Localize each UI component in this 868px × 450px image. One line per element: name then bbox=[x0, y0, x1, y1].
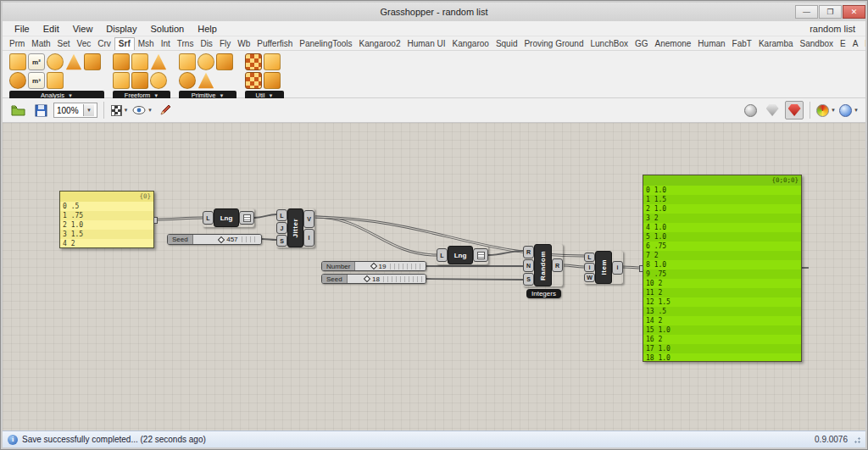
tab-panelingtools[interactable]: PanelingTools bbox=[296, 38, 355, 50]
tab-fabt[interactable]: FabT bbox=[729, 38, 755, 50]
tab-prm[interactable]: Prm bbox=[6, 38, 28, 50]
param-input-W[interactable]: W bbox=[584, 273, 595, 282]
tab-crv[interactable]: Crv bbox=[94, 38, 114, 50]
loft-icon[interactable] bbox=[113, 53, 130, 70]
tab-trns[interactable]: Trns bbox=[174, 38, 198, 50]
param-output-length[interactable] bbox=[473, 248, 488, 262]
box-properties-icon[interactable] bbox=[9, 53, 26, 70]
preview-off-button[interactable] bbox=[741, 101, 760, 119]
menu-help[interactable]: Help bbox=[191, 23, 224, 35]
param-output-R[interactable]: R bbox=[552, 258, 563, 272]
preview-wireframe-button[interactable] bbox=[763, 101, 782, 119]
navigate-canvas-button[interactable]: ▼ bbox=[110, 101, 129, 119]
tab-vec[interactable]: Vec bbox=[74, 38, 95, 50]
wire[interactable] bbox=[488, 251, 523, 255]
wire[interactable] bbox=[254, 214, 276, 218]
area-icon[interactable]: m² bbox=[28, 53, 45, 70]
open-file-button[interactable] bbox=[9, 101, 28, 119]
resize-grip-icon[interactable] bbox=[853, 436, 860, 443]
panel-output-grip[interactable] bbox=[153, 217, 158, 224]
tab-anemone[interactable]: Anemone bbox=[652, 38, 695, 50]
pipe-icon[interactable] bbox=[150, 72, 167, 89]
list-length-component[interactable]: L Lng bbox=[203, 208, 254, 227]
dimensions-icon[interactable] bbox=[47, 72, 64, 89]
chevron-down-icon[interactable]: ▼ bbox=[83, 104, 94, 116]
tab-e[interactable]: E bbox=[837, 38, 849, 50]
maximize-button[interactable]: ❐ bbox=[819, 5, 842, 19]
close-button[interactable]: ✕ bbox=[843, 5, 865, 19]
tab-math[interactable]: Math bbox=[28, 38, 53, 50]
menu-solution[interactable]: Solution bbox=[143, 23, 191, 35]
tab-human[interactable]: Human bbox=[694, 38, 728, 50]
param-input-L[interactable]: L bbox=[276, 209, 287, 221]
isotrim-icon[interactable] bbox=[245, 72, 262, 89]
param-input-i[interactable]: i bbox=[584, 263, 595, 272]
preview-mode-button[interactable]: ▼ bbox=[132, 101, 153, 119]
tab-f[interactable]: F bbox=[861, 38, 865, 50]
param-output-length[interactable] bbox=[239, 211, 254, 225]
plane-surface-icon[interactable] bbox=[179, 53, 196, 70]
tab-proving-ground[interactable]: Proving Ground bbox=[520, 38, 587, 50]
param-output-I[interactable]: I bbox=[303, 229, 314, 247]
sphere-icon[interactable] bbox=[179, 72, 196, 89]
param-input-J[interactable]: J bbox=[276, 222, 287, 234]
tab-human-ui[interactable]: Human UI bbox=[403, 38, 448, 50]
param-input-L[interactable]: L bbox=[437, 248, 448, 262]
volume-icon[interactable]: m³ bbox=[28, 72, 45, 89]
list-item-component[interactable]: L i W Item i bbox=[584, 251, 623, 284]
random-component[interactable]: R N S Random R bbox=[523, 244, 563, 286]
slider-handle[interactable] bbox=[370, 263, 376, 269]
param-input-L[interactable]: L bbox=[203, 211, 214, 225]
tab-msh[interactable]: Msh bbox=[135, 38, 158, 50]
param-input-S[interactable]: S bbox=[276, 235, 287, 247]
param-input-R[interactable]: R bbox=[523, 246, 534, 258]
point-in-brep-icon[interactable] bbox=[9, 72, 26, 89]
slider-track[interactable]: 18 bbox=[348, 275, 426, 283]
number-slider[interactable]: Number 19 bbox=[321, 261, 426, 271]
tab-fly[interactable]: Fly bbox=[216, 38, 234, 50]
param-output-V[interactable]: V bbox=[303, 210, 314, 228]
menu-edit[interactable]: Edit bbox=[36, 23, 66, 35]
cone-icon[interactable] bbox=[198, 72, 214, 89]
wire[interactable] bbox=[426, 279, 523, 280]
tab-lunchbox[interactable]: LunchBox bbox=[587, 38, 632, 50]
save-file-button[interactable] bbox=[31, 101, 50, 119]
param-input-N[interactable]: N bbox=[523, 259, 534, 272]
param-input-S[interactable]: S bbox=[523, 273, 534, 286]
tab-int[interactable]: Int bbox=[158, 38, 174, 50]
tab-kangaroo[interactable]: Kangaroo bbox=[449, 38, 492, 50]
menu-view[interactable]: View bbox=[66, 23, 100, 35]
param-output-i[interactable]: i bbox=[612, 261, 623, 275]
tab-a[interactable]: A bbox=[849, 38, 862, 50]
tab-gg[interactable]: GG bbox=[632, 38, 652, 50]
sketch-tool-button[interactable] bbox=[156, 101, 175, 119]
tab-dis[interactable]: Dis bbox=[197, 38, 215, 50]
revolve-icon[interactable] bbox=[113, 72, 130, 89]
tab-set[interactable]: Set bbox=[54, 38, 74, 50]
panel-input-grip[interactable] bbox=[639, 265, 643, 272]
definition-canvas[interactable]: {0} 0 .5 1 .75 2 1.0 3 1.5 4 2 L Lng L J… bbox=[3, 123, 865, 431]
jitter-component[interactable]: L J S Jitter V I bbox=[276, 208, 314, 247]
seed-slider-2[interactable]: Seed 18 bbox=[321, 274, 426, 284]
document-preview-settings-button[interactable]: ▼ bbox=[839, 101, 859, 119]
network-surface-icon[interactable] bbox=[131, 72, 148, 89]
input-panel[interactable]: {0} 0 .5 1 .75 2 1.0 3 1.5 4 2 bbox=[59, 191, 154, 248]
tab-srf[interactable]: Srf bbox=[114, 37, 135, 50]
cylinder-icon[interactable] bbox=[198, 53, 214, 70]
cap-holes-icon[interactable] bbox=[264, 72, 281, 89]
preview-quality-button[interactable]: ▼ bbox=[816, 101, 836, 119]
zoom-select[interactable]: 100% ▼ bbox=[53, 103, 97, 118]
menu-display[interactable]: Display bbox=[99, 23, 143, 35]
osculating-circles-icon[interactable] bbox=[47, 53, 64, 70]
slider-track[interactable]: 19 bbox=[355, 262, 426, 270]
evaluate-surface-icon[interactable] bbox=[65, 53, 82, 70]
slider-handle[interactable] bbox=[364, 275, 370, 282]
tab-kangaroo2[interactable]: Kangaroo2 bbox=[356, 38, 404, 50]
output-panel[interactable]: {0;0;0} 0 1.0 1 1.5 2 1.0 3 2 4 1.0 5 1.… bbox=[643, 175, 802, 362]
tab-sandbox[interactable]: Sandbox bbox=[797, 38, 837, 50]
tab-wb[interactable]: Wb bbox=[234, 38, 253, 50]
slider-track[interactable]: 457 bbox=[193, 235, 261, 244]
slider-handle[interactable] bbox=[218, 236, 225, 242]
tab-pufferfish[interactable]: Pufferfish bbox=[253, 38, 296, 50]
seed-slider[interactable]: Seed 457 bbox=[167, 234, 262, 245]
